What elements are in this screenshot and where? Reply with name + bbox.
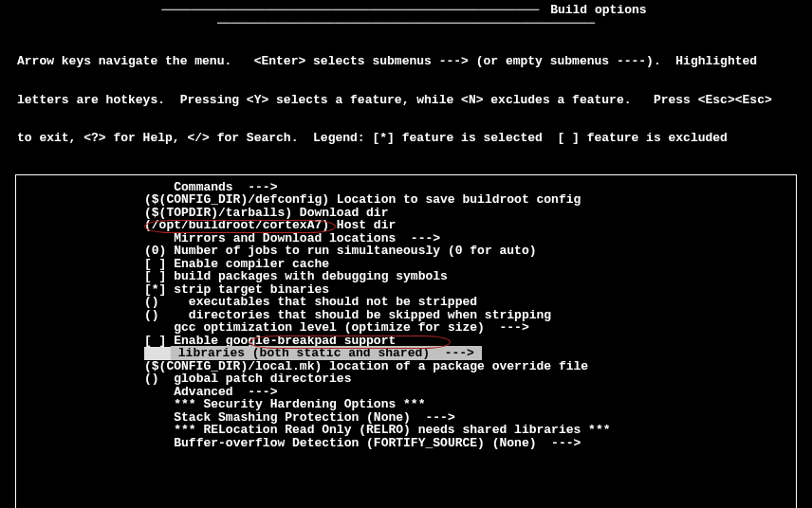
menu-item[interactable]: [ ] build packages with debugging symbol… <box>144 270 796 283</box>
window-title: ────────────────────────────────────────… <box>8 4 804 29</box>
menu-item[interactable]: (/opt/buildroot/cortexA7) Host dir <box>144 219 796 232</box>
menu-item[interactable]: Stack Smashing Protection (None) ---> <box>144 411 796 425</box>
menu-item[interactable]: () directories that should be skipped wh… <box>144 309 796 322</box>
menu-item[interactable]: Advanced ---> <box>144 386 796 399</box>
menu-item[interactable]: () executables that should not be stripp… <box>144 296 796 309</box>
menu-item[interactable]: [*] strip target binaries <box>144 283 796 297</box>
menu-item[interactable]: Buffer-overflow Detection (FORTIFY_SOURC… <box>144 437 796 450</box>
menu-item[interactable]: [ ] Enable compiler cache <box>144 258 796 271</box>
menu-item[interactable]: gcc optimization level (optimize for siz… <box>144 321 796 335</box>
menu-panel: Commands --->($(CONFIG_DIR)/defconfig) L… <box>15 174 797 509</box>
menu-item[interactable]: Commands ---> <box>144 181 796 194</box>
menu-item[interactable]: ($(CONFIG_DIR)/defconfig) Location to sa… <box>144 193 796 207</box>
menu-item[interactable]: [ ] Enable google-breakpad support <box>144 335 796 348</box>
menu-item[interactable]: () global patch directories <box>144 372 796 386</box>
help-text: Arrow keys navigate the menu. <Enter> se… <box>8 29 804 171</box>
menu-item[interactable]: ($(CONFIG_DIR)/local.mk) location of a p… <box>144 360 796 373</box>
menu-item[interactable]: (0) Number of jobs to run simultaneously… <box>144 245 796 258</box>
menu-item-selected[interactable]: libraries (both static and shared) ---> <box>144 347 796 360</box>
menu-item[interactable]: *** Security Hardening Options *** <box>144 398 796 411</box>
menu-item[interactable]: *** RELocation Read Only (RELRO) needs s… <box>144 424 796 437</box>
menu-item[interactable]: ($(TOPDIR)/tarballs) Download dir <box>144 207 796 220</box>
menu-item[interactable]: Mirrors and Download locations ---> <box>144 232 796 245</box>
